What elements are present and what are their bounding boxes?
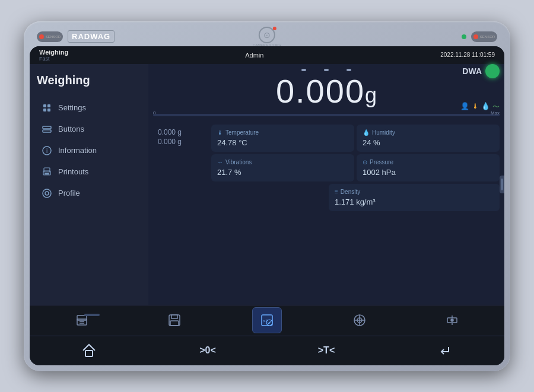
settings-icon — [42, 103, 52, 113]
nav-tare-label: >T< — [318, 345, 335, 356]
settings-label: Settings — [58, 103, 86, 112]
humidity-title: 💧 Humidity — [363, 129, 494, 136]
information-label: Information — [58, 146, 97, 155]
sidebar-title: Weighing — [37, 74, 141, 87]
readings-left: 0.000 g 0.000 g — [153, 125, 206, 181]
vibrations-title: ↔ Vibrations — [217, 159, 348, 165]
svg-rect-14 — [84, 314, 100, 316]
right-sensor-dot — [473, 34, 478, 39]
scrollbar-handle[interactable] — [500, 176, 504, 193]
vibrations-icon: ↔ — [217, 159, 223, 165]
logo-area: RADWAG — [68, 30, 115, 43]
nav-zero-button[interactable]: >0< — [184, 339, 231, 362]
dwa-label: DWA — [462, 66, 482, 76]
reading-2: 0.000 g — [158, 138, 202, 146]
status-bar: Weighing Fast Admin 2022.11.28 11:01:59 — [30, 46, 504, 64]
nav-zero-label: >0< — [199, 345, 216, 356]
top-bar-right: SENSOR — [462, 31, 497, 42]
main-content: Weighing Settings — [30, 64, 504, 305]
svg-rect-34 — [85, 350, 93, 356]
svg-rect-1 — [47, 104, 50, 107]
toolbar-btn-settings[interactable] — [437, 307, 467, 333]
buttons-icon — [42, 124, 52, 135]
device-top-bar: SENSOR RADWAG ⊙ CAMERA 0.0 Mpx SENSOR — [30, 27, 504, 46]
temperature-title: 🌡 Temperature — [217, 129, 348, 136]
indicator-dot-1 — [301, 69, 306, 71]
svg-text:i: i — [46, 148, 47, 154]
nav-tare-button[interactable]: >T< — [303, 339, 350, 362]
toolbar-btn-save[interactable] — [160, 307, 189, 333]
toolbar-btn-check[interactable]: >T< — [252, 307, 282, 333]
sidebar: Weighing Settings — [30, 64, 148, 305]
svg-rect-15 — [501, 179, 503, 190]
sidebar-item-printouts[interactable]: Printouts — [37, 162, 141, 182]
screen: Weighing Fast Admin 2022.11.28 11:01:59 … — [30, 46, 504, 365]
svg-rect-8 — [44, 168, 50, 172]
sidebar-item-profile[interactable]: Profile — [37, 183, 141, 203]
toolbar-btn-target[interactable] — [345, 307, 374, 333]
nav-enter-button[interactable] — [421, 339, 469, 362]
indicator-dots — [153, 69, 500, 71]
top-bar-center: ⊙ CAMERA 0.0 Mpx — [253, 27, 281, 47]
sidebar-item-buttons[interactable]: Buttons — [37, 119, 141, 139]
right-sensor-label: SENSOR — [480, 35, 495, 39]
scale-bar — [153, 114, 500, 116]
indicator-dot-2 — [324, 69, 329, 71]
sensor-grid: 🌡 Temperature 24.78 °C 💧 Humidity 24 — [211, 125, 500, 181]
dwa-status-circle — [485, 64, 500, 78]
buttons-label: Buttons — [58, 125, 84, 133]
svg-point-12 — [43, 189, 51, 197]
right-sensor: SENSOR — [471, 31, 497, 42]
sensor-card-temperature: 🌡 Temperature 24.78 °C — [211, 125, 354, 152]
profile-label: Profile — [58, 189, 80, 197]
temperature-value: 24.78 °C — [217, 138, 348, 147]
density-icon: ≡ — [335, 189, 338, 195]
sensor-dot-red — [39, 34, 44, 39]
scale-bar-container: 0 Max — [153, 110, 500, 120]
left-sensor-label: SENSOR — [46, 35, 61, 39]
top-bar-left: SENSOR RADWAG — [37, 30, 115, 43]
scale-max-label: Max — [491, 110, 500, 116]
svg-rect-2 — [43, 109, 46, 111]
pressure-icon: ⊙ — [363, 159, 367, 165]
svg-rect-4 — [43, 126, 51, 129]
sidebar-item-settings[interactable]: Settings — [37, 98, 141, 118]
weight-display: 0.000 g — [153, 72, 500, 108]
left-sensor: SENSOR — [37, 31, 63, 42]
bottom-toolbar: >T< — [30, 305, 504, 336]
printouts-icon — [42, 167, 52, 177]
sensor-card-pressure: ⊙ Pressure 1002 hPa — [357, 154, 500, 181]
dwa-indicator: DWA — [462, 64, 500, 78]
status-title: Weighing — [39, 49, 68, 56]
nav-bar: >0< >T< — [30, 336, 504, 365]
sensor-card-humidity: 💧 Humidity 24 % — [357, 125, 500, 152]
density-title: ≡ Density — [335, 189, 494, 195]
humidity-icon: 💧 — [363, 129, 370, 136]
profile-icon — [42, 188, 52, 199]
camera-icon: ⊙ — [259, 27, 275, 43]
svg-rect-10 — [44, 173, 49, 174]
svg-rect-9 — [43, 171, 50, 175]
svg-rect-3 — [47, 109, 50, 111]
nav-home-button[interactable] — [65, 339, 113, 362]
readings-row: 0.000 g 0.000 g 🌡 Temperature 24.78 °C — [153, 125, 500, 181]
weight-unit: g — [365, 83, 377, 108]
pressure-title: ⊙ Pressure — [363, 159, 494, 165]
svg-rect-0 — [43, 104, 46, 107]
printouts-label: Printouts — [58, 167, 88, 176]
svg-point-33 — [451, 319, 453, 321]
humidity-value: 24 % — [363, 138, 494, 147]
vibrations-value: 21.7 % — [217, 168, 348, 177]
sensor-card-vibrations: ↔ Vibrations 21.7 % — [211, 154, 354, 181]
sidebar-item-information[interactable]: i Information — [37, 141, 141, 161]
reading-1: 0.000 g — [158, 128, 202, 136]
indicator-dot-3 — [347, 69, 351, 71]
density-row: ≡ Density 1.171 kg/m³ — [153, 184, 500, 211]
svg-rect-21 — [171, 315, 177, 318]
pressure-value: 1002 hPa — [363, 168, 494, 177]
svg-rect-22 — [170, 321, 179, 326]
status-subtitle: Fast — [39, 56, 68, 62]
density-value: 1.171 kg/m³ — [335, 197, 494, 206]
brand-logo: RADWAG — [68, 30, 115, 43]
camera-indicator — [273, 27, 276, 30]
